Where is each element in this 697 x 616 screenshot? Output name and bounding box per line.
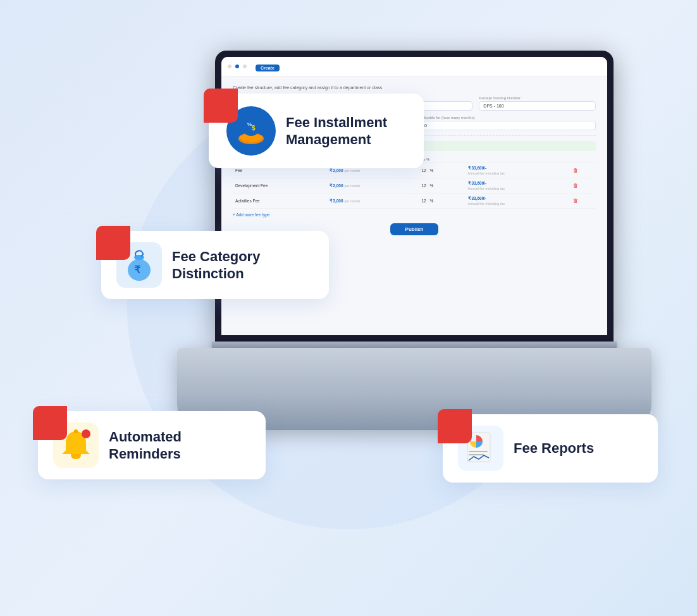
card-reports: Fee Reports [443, 414, 658, 483]
fee-delete[interactable]: 🗑 [571, 178, 596, 194]
receipt-starting-value: DPS - 100 [479, 101, 596, 111]
fee-delete[interactable]: 🗑 [571, 163, 596, 178]
svg-text:₹: ₹ [134, 264, 141, 275]
svg-point-8 [74, 429, 78, 433]
nav-dot-active [235, 65, 239, 68]
fee-tax: 12 % [416, 194, 465, 209]
fee-amount: ₹ 2,000 per month [327, 178, 417, 194]
fee-name: Development Fee [233, 178, 327, 194]
receipt-starting-field: Receipt Starting Number DPS - 100 [479, 96, 596, 111]
svg-rect-12 [469, 451, 488, 452]
col-total [466, 156, 571, 163]
applicable-value: 10 [417, 121, 596, 130]
svg-rect-13 [469, 454, 484, 455]
col-action [571, 156, 596, 163]
add-fee-type-link[interactable]: + Add more fee type [233, 213, 596, 217]
card-accent-installment [204, 89, 238, 123]
fee-tax: 12 % [416, 178, 465, 194]
publish-button[interactable]: Publish [390, 223, 439, 235]
card-accent-reports [438, 409, 472, 443]
nav-dot [243, 65, 247, 68]
reminders-card-label: Automated Reminders [109, 428, 182, 463]
table-row: Development Fee ₹ 2,000 per month 12 % ₹… [233, 178, 596, 194]
fee-total: ₹ 33,600/-Annual fee including tax [466, 178, 571, 194]
applicable-label: Applicable for (how many months) [417, 116, 596, 120]
card-accent-category [96, 226, 130, 260]
receipt-starting-label: Receipt Starting Number [479, 96, 596, 100]
fee-total: ₹ 33,600/-Annual fee including tax [466, 163, 571, 178]
percent-dollar-icon: % $ [235, 114, 268, 147]
screen-tab: Create [256, 65, 280, 71]
screen-header: Create [221, 57, 607, 77]
screen-subtitle: Create fee structure, add fee category a… [233, 85, 596, 90]
card-installment: % $ Fee Installment Management [209, 94, 424, 168]
fee-amount: ₹ 3,000 per month [327, 194, 417, 209]
applicable-field: Applicable for (how many months) 10 [417, 116, 596, 130]
nav-dot [228, 65, 231, 68]
fee-total: ₹ 33,600/-Annual fee including tax [466, 194, 571, 209]
card-reminders: Automated Reminders [38, 411, 266, 479]
fee-delete[interactable]: 🗑 [571, 194, 596, 209]
category-card-label: Fee Category Distinction [172, 248, 260, 283]
svg-point-9 [82, 429, 90, 438]
reports-card-label: Fee Reports [514, 440, 594, 457]
fee-tax: 12 % [416, 163, 465, 178]
svg-text:$: $ [252, 125, 256, 132]
fee-name: Activities Fee [233, 194, 327, 209]
card-accent-reminders [33, 406, 67, 440]
installment-card-label: Fee Installment Management [286, 114, 406, 149]
card-category: ₹ Fee Category Distinction [101, 231, 329, 299]
table-row: Activities Fee ₹ 3,000 per month 12 % ₹ … [233, 194, 596, 209]
